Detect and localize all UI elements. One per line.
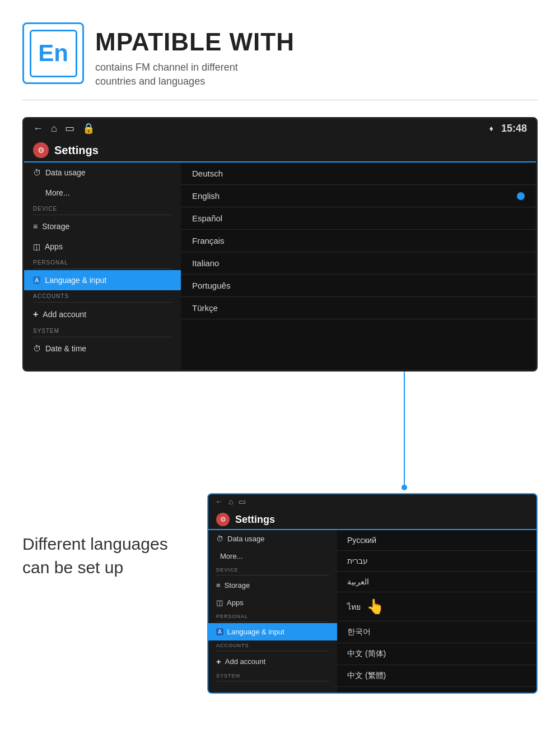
list-item[interactable]: العربية	[337, 572, 536, 592]
en-logo: En	[22, 22, 84, 84]
data-usage-icon: ⏱	[33, 168, 41, 177]
menu-divider	[33, 268, 172, 269]
header-text: MPATIBLE WITH contains FM channel in dif…	[95, 22, 295, 89]
section-label: ACCOUNTS	[208, 640, 337, 649]
apps-icon: ◫	[216, 598, 223, 607]
language-name: Español	[192, 213, 222, 223]
selected-indicator	[517, 192, 525, 200]
recent-apps-icon[interactable]: ▭	[65, 122, 74, 134]
datetime-icon: ⏱	[33, 344, 41, 353]
popup-menu-item[interactable]: ≡ Storage	[208, 577, 337, 594]
popup-settings-header: ⚙ Settings	[208, 509, 536, 530]
language-popup: ← ⌂ ▭ ⚙ Settings ⏱ Data usage More... DE…	[207, 493, 538, 694]
settings-content: ⏱ Data usage More... DEVICE ≡ Storage ◫ …	[24, 163, 536, 370]
lock-icon: 🔒	[82, 122, 95, 134]
language-icon: A	[216, 628, 223, 635]
language-icon: A	[33, 276, 40, 284]
list-item[interactable]: Русский	[337, 530, 536, 551]
list-item[interactable]: Deutsch	[181, 163, 536, 185]
menu-divider	[33, 215, 172, 215]
settings-app-icon: ⚙	[33, 142, 49, 158]
logo-text: En	[38, 40, 68, 67]
popup-menu-item[interactable]: ⏱ Data usage	[208, 530, 337, 547]
language-name: English	[192, 191, 220, 201]
header-section: En MPATIBLE WITH contains FM channel in …	[0, 0, 560, 100]
list-item[interactable]: Español	[181, 207, 536, 230]
list-item[interactable]: ไทย 👆	[337, 592, 536, 621]
divider	[216, 681, 329, 681]
list-item[interactable]: Français	[181, 230, 536, 252]
section-label-device: DEVICE	[24, 203, 181, 213]
divider	[216, 575, 329, 575]
svg-point-2	[402, 485, 407, 490]
main-screen: ← ⌂ ▭ 🔒 ♦ 15:48 ⚙ Settings ⏱ Data usage …	[22, 117, 538, 372]
settings-menu: ⏱ Data usage More... DEVICE ≡ Storage ◫ …	[24, 163, 181, 370]
menu-item-storage[interactable]: ≡ Storage	[24, 216, 181, 236]
top-nav-bar: ← ⌂ ▭ 🔒 ♦ 15:48	[24, 119, 536, 138]
language-name: Français	[192, 236, 225, 245]
popup-recent-icon[interactable]: ▭	[239, 497, 246, 506]
divider	[216, 621, 329, 622]
apps-icon: ◫	[33, 242, 40, 251]
back-icon[interactable]: ←	[33, 123, 43, 134]
en-logo-inner: En	[30, 30, 77, 77]
menu-item-label: More...	[33, 188, 70, 197]
popup-menu: ⏱ Data usage More... DEVICE ≡ Storage ◫ …	[208, 530, 337, 693]
popup-menu-item[interactable]: ◫ Apps	[208, 594, 337, 611]
popup-home-icon[interactable]: ⌂	[228, 497, 233, 506]
language-name: Italiano	[192, 258, 219, 268]
section-label-accounts: ACCOUNTS	[24, 290, 181, 301]
popup-nav-bar: ← ⌂ ▭	[208, 494, 536, 509]
menu-item-apps[interactable]: ◫ Apps	[24, 236, 181, 257]
page-title: MPATIBLE WITH	[95, 28, 295, 56]
data-usage-icon: ⏱	[216, 535, 223, 543]
popup-settings-title: Settings	[235, 514, 275, 526]
list-item[interactable]: Português	[181, 275, 536, 297]
popup-menu-item-active[interactable]: A Language & input	[208, 623, 337, 640]
menu-item-more[interactable]: More...	[24, 183, 181, 203]
menu-item-label: Language & input	[45, 276, 106, 285]
list-item[interactable]: English	[181, 185, 536, 207]
popup-menu-item[interactable]: + Add account	[208, 652, 337, 671]
divider	[216, 651, 329, 651]
menu-item-label: Date & time	[45, 344, 86, 353]
list-item[interactable]: 中文 (简体)	[337, 643, 536, 665]
list-item[interactable]: 中文 (繁體)	[337, 665, 536, 687]
menu-item-label: Add account	[43, 310, 86, 319]
section-label-personal: PERSONAL	[24, 257, 181, 267]
list-item[interactable]: עברית	[337, 551, 536, 572]
signal-icon: ♦	[489, 124, 493, 133]
list-item[interactable]: Türkçe	[181, 297, 536, 319]
add-icon: +	[33, 309, 38, 319]
menu-item-datetime[interactable]: ⏱ Date & time	[24, 338, 181, 359]
menu-item-label: Storage	[42, 222, 69, 231]
popup-back-icon[interactable]: ←	[215, 497, 223, 506]
menu-item-add-account[interactable]: + Add account	[24, 304, 181, 325]
popup-content: ⏱ Data usage More... DEVICE ≡ Storage ◫ …	[208, 530, 536, 693]
language-name: Türkçe	[192, 303, 218, 313]
section-label-system: SYSTEM	[24, 325, 181, 336]
menu-item-language[interactable]: A Language & input	[24, 270, 181, 290]
section-label: DEVICE	[208, 565, 337, 574]
list-item[interactable]: 한국어	[337, 621, 536, 643]
clock-display: 15:48	[501, 123, 527, 134]
popup-menu-item[interactable]: More...	[208, 547, 337, 565]
section-label: PERSONAL	[208, 611, 337, 620]
menu-item-label: Apps	[45, 242, 63, 251]
menu-item-label: Data usage	[45, 168, 86, 177]
menu-divider	[33, 337, 172, 337]
menu-item-data-usage[interactable]: ⏱ Data usage	[24, 163, 181, 183]
popup-settings-icon: ⚙	[216, 513, 230, 526]
add-icon: +	[216, 657, 221, 666]
language-name: Deutsch	[192, 169, 223, 178]
home-icon[interactable]: ⌂	[51, 123, 57, 134]
settings-header: ⚙ Settings	[24, 138, 536, 163]
settings-title: Settings	[54, 144, 99, 157]
header-divider	[22, 100, 538, 100]
language-name: Português	[192, 281, 230, 290]
hand-pointer-icon: 👆	[366, 598, 384, 615]
popup-language-list: Русский עברית العربية ไทย 👆 한국어 中文 (简体) …	[337, 530, 536, 693]
description-line1: Different languages	[22, 532, 168, 556]
menu-divider	[33, 302, 172, 303]
list-item[interactable]: Italiano	[181, 252, 536, 275]
